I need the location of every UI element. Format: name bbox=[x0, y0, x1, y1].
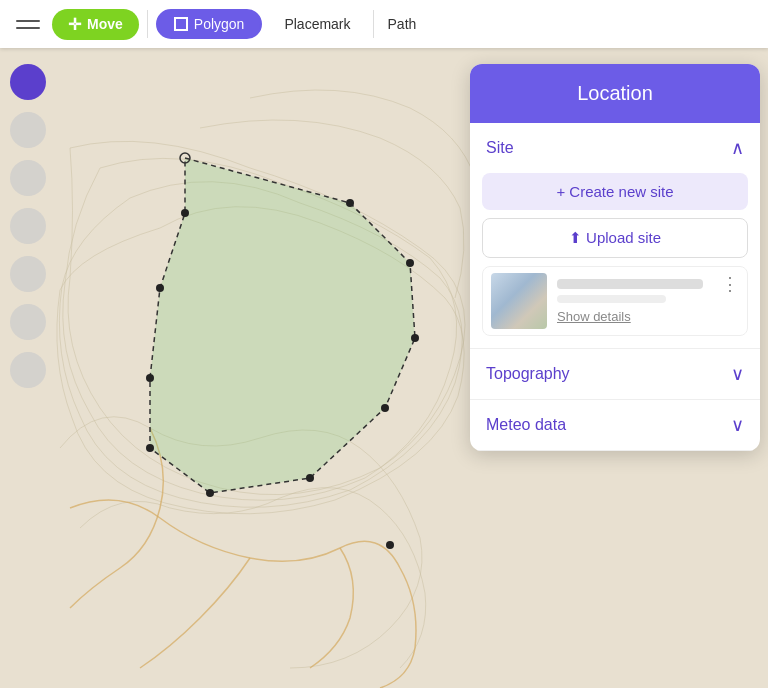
vertex-end bbox=[386, 541, 394, 549]
meteo-section-title: Meteo data bbox=[486, 416, 566, 434]
menu-button[interactable] bbox=[12, 8, 44, 40]
polygon-button[interactable]: Polygon bbox=[156, 9, 263, 39]
site-name-bar-1 bbox=[557, 279, 703, 289]
vertex-6 bbox=[306, 474, 314, 482]
meteo-section-header[interactable]: Meteo data ∨ bbox=[470, 400, 760, 450]
site-section-content: + Create new site ⬆ Upload site Show det… bbox=[470, 173, 760, 348]
polygon-icon bbox=[174, 17, 188, 31]
show-details-link[interactable]: Show details bbox=[557, 309, 739, 324]
site-section: Site ∧ + Create new site ⬆ Upload site S… bbox=[470, 123, 760, 349]
move-icon: ✛ bbox=[68, 15, 81, 34]
panel-header: Location bbox=[470, 64, 760, 123]
site-more-button[interactable]: ⋮ bbox=[721, 273, 739, 295]
vertex-5 bbox=[381, 404, 389, 412]
sidebar-dot-6[interactable] bbox=[10, 304, 46, 340]
meteo-chevron: ∨ bbox=[731, 414, 744, 436]
placemark-label: Placemark bbox=[284, 16, 350, 32]
topography-section: Topography ∨ bbox=[470, 349, 760, 400]
sidebar-dot-5[interactable] bbox=[10, 256, 46, 292]
placemark-button[interactable]: Placemark bbox=[270, 10, 364, 38]
upload-site-label: ⬆ Upload site bbox=[569, 229, 661, 247]
vertex-9 bbox=[146, 374, 154, 382]
meteo-section: Meteo data ∨ bbox=[470, 400, 760, 451]
site-info: Show details bbox=[557, 279, 739, 324]
site-section-title: Site bbox=[486, 139, 514, 157]
right-panel: Location Site ∧ + Create new site ⬆ Uplo… bbox=[470, 64, 760, 451]
sidebar-dot-2[interactable] bbox=[10, 112, 46, 148]
topography-section-title: Topography bbox=[486, 365, 570, 383]
topography-section-header[interactable]: Topography ∨ bbox=[470, 349, 760, 399]
polygon-overlay bbox=[150, 158, 415, 493]
vertex-7 bbox=[206, 489, 214, 497]
sidebar-dot-1[interactable] bbox=[10, 64, 46, 100]
polygon-label: Polygon bbox=[194, 16, 245, 32]
vertex-2 bbox=[346, 199, 354, 207]
path-label: Path bbox=[388, 16, 417, 32]
toolbar-divider bbox=[147, 10, 148, 38]
move-button[interactable]: ✛ Move bbox=[52, 9, 139, 40]
move-label: Move bbox=[87, 16, 123, 32]
site-chevron: ∧ bbox=[731, 137, 744, 159]
left-sidebar bbox=[0, 48, 56, 688]
site-name-bar-2 bbox=[557, 295, 666, 303]
topography-chevron: ∨ bbox=[731, 363, 744, 385]
vertex-11 bbox=[181, 209, 189, 217]
path-button[interactable]: Path bbox=[373, 10, 431, 38]
vertex-8 bbox=[146, 444, 154, 452]
vertex-3 bbox=[406, 259, 414, 267]
sidebar-dot-3[interactable] bbox=[10, 160, 46, 196]
site-card: Show details ⋮ bbox=[482, 266, 748, 336]
panel-title: Location bbox=[577, 82, 653, 104]
sidebar-dot-4[interactable] bbox=[10, 208, 46, 244]
create-site-button[interactable]: + Create new site bbox=[482, 173, 748, 210]
vertex-4 bbox=[411, 334, 419, 342]
site-thumbnail bbox=[491, 273, 547, 329]
create-site-label: + Create new site bbox=[556, 183, 673, 200]
toolbar: ✛ Move Polygon Placemark Path bbox=[0, 0, 768, 48]
upload-site-button[interactable]: ⬆ Upload site bbox=[482, 218, 748, 258]
vertex-10 bbox=[156, 284, 164, 292]
sidebar-dot-7[interactable] bbox=[10, 352, 46, 388]
site-section-header[interactable]: Site ∧ bbox=[470, 123, 760, 173]
map-container[interactable]: Location Site ∧ + Create new site ⬆ Uplo… bbox=[0, 48, 768, 688]
